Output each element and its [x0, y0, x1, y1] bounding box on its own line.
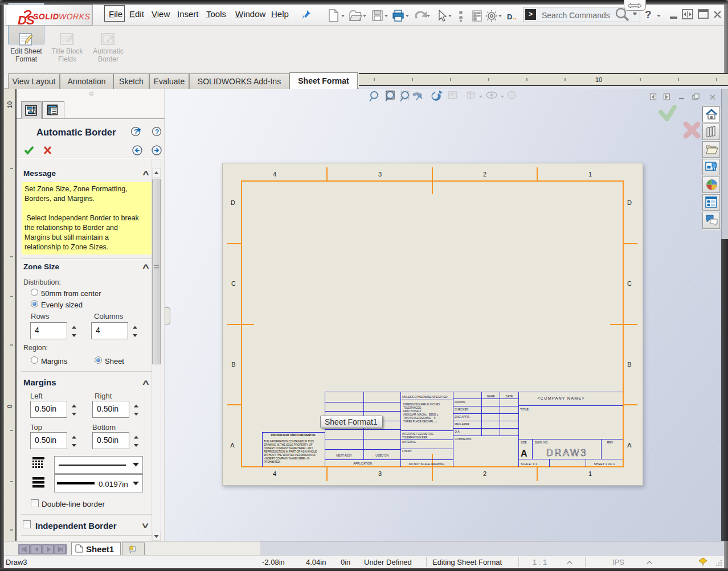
svg-text:?: ? [155, 128, 159, 136]
svg-text:APPLICATION: APPLICATION [353, 462, 372, 465]
svg-text:B: B [627, 361, 631, 368]
svg-text:COMMENTS:: COMMENTS: [455, 437, 472, 441]
svg-text:ANGULAR: MACH± BEND ±: ANGULAR: MACH± BEND ± [403, 413, 439, 416]
svg-text:ENG APPR.: ENG APPR. [455, 415, 470, 418]
svg-text:REPRODUCTION IN PART OR AS A W: REPRODUCTION IN PART OR AS A WHOLE [264, 450, 317, 453]
svg-text:A: A [627, 442, 632, 449]
svg-text:CHECKED: CHECKED [455, 408, 469, 411]
svg-text:TOLERANCING PER:: TOLERANCING PER: [402, 436, 428, 439]
svg-text:?: ? [134, 128, 138, 136]
svg-text:1: 1 [588, 171, 592, 178]
svg-text:3: 3 [378, 171, 382, 178]
svg-text:DRAWING IS THE SOLE PROPERTY O: DRAWING IS THE SOLE PROPERTY OF [264, 443, 313, 446]
svg-text:2: 2 [483, 470, 486, 477]
svg-text:A: A [521, 449, 527, 458]
svg-text:DWG. NO.: DWG. NO. [535, 441, 549, 444]
svg-text:USED ON: USED ON [375, 454, 388, 457]
svg-text:DIMENSIONS ARE IN INCHES: DIMENSIONS ARE IN INCHES [403, 403, 440, 406]
svg-text:WITHOUT THE WRITTEN PERMISSION: WITHOUT THE WRITTEN PERMISSION OF [264, 454, 316, 457]
svg-text:DRAW3: DRAW3 [546, 447, 587, 458]
svg-text:FINISH: FINISH [402, 449, 412, 453]
svg-text:1: 1 [588, 470, 592, 477]
svg-text:Q.A.: Q.A. [455, 430, 460, 433]
svg-text:4: 4 [273, 171, 276, 178]
svg-text:A: A [230, 442, 235, 449]
svg-text:DATE: DATE [506, 395, 513, 398]
svg-text:MFG APPR.: MFG APPR. [455, 422, 470, 426]
svg-text:DO NOT SCALE DRAWING: DO NOT SCALE DRAWING [409, 462, 445, 466]
svg-text:10: 10 [595, 76, 602, 83]
svg-text:0: 0 [6, 405, 13, 408]
svg-text:C: C [231, 280, 236, 287]
svg-text:DRAWN: DRAWN [455, 400, 465, 404]
svg-text:SCALE: 1:1: SCALE: 1:1 [521, 462, 537, 466]
svg-text:<INSERT COMPANY NAME HERE>. AN: <INSERT COMPANY NAME HERE>. ANY [264, 447, 313, 450]
svg-text:B: B [231, 361, 235, 368]
svg-text:TWO PLACE DECIMAL ±: TWO PLACE DECIMAL ± [403, 417, 436, 420]
svg-text:10: 10 [6, 101, 13, 108]
svg-text:DS: DS [18, 13, 35, 26]
svg-text:MATERIAL: MATERIAL [402, 440, 416, 443]
svg-text:UNLESS OTHERWISE SPECIFIED:: UNLESS OTHERWISE SPECIFIED: [402, 395, 448, 399]
svg-text:SOLID: SOLID [33, 12, 59, 21]
svg-text:3: 3 [378, 470, 382, 477]
svg-text:REV: REV [607, 441, 614, 444]
svg-text:NAME: NAME [487, 395, 495, 398]
svg-text:FRACTIONAL±: FRACTIONAL± [403, 410, 422, 413]
svg-text:PROHIBITED.: PROHIBITED. [264, 461, 280, 463]
svg-text:..: .. [513, 13, 517, 21]
svg-text:THREE PLACE DECIMAL ±: THREE PLACE DECIMAL ± [403, 420, 437, 423]
svg-text:SHEET 1 OF 1: SHEET 1 OF 1 [594, 462, 615, 466]
svg-text:WORKS: WORKS [59, 12, 91, 21]
svg-text:THE INFORMATION CONTAINED IN T: THE INFORMATION CONTAINED IN THIS [264, 440, 314, 443]
svg-text:4: 4 [273, 470, 276, 477]
svg-text:D: D [627, 199, 632, 206]
svg-text:INTERPRET GEOMETRIC: INTERPRET GEOMETRIC [402, 433, 434, 436]
svg-text:D: D [507, 13, 512, 21]
svg-text:TOLERANCES:: TOLERANCES: [403, 406, 422, 409]
svg-text:C: C [627, 280, 632, 287]
svg-text:TITLE:: TITLE: [520, 408, 530, 411]
svg-text:2: 2 [483, 171, 486, 178]
svg-text:SIZE: SIZE [521, 441, 527, 444]
svg-text:<COMPANY NAME>: <COMPANY NAME> [537, 396, 585, 401]
svg-text:D: D [231, 199, 235, 206]
svg-text:NEXT ASSY: NEXT ASSY [336, 454, 352, 457]
svg-text:PROPRIETARY AND CONFIDENTIAL: PROPRIETARY AND CONFIDENTIAL [271, 434, 316, 437]
svg-text:<INSERT COMPANY NAME HERE> IS: <INSERT COMPANY NAME HERE> IS [264, 457, 309, 460]
